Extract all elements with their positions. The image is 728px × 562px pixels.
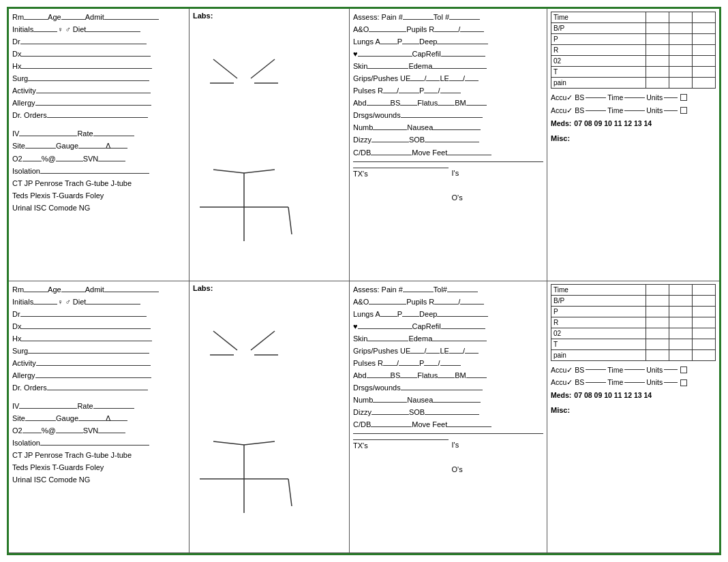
flatus-value-1[interactable] <box>438 105 455 106</box>
vitals-t-c2-1[interactable] <box>669 67 693 78</box>
accu1-time-1[interactable] <box>624 97 645 98</box>
rm-value-2[interactable] <box>24 292 48 292</box>
iv-value-2[interactable] <box>19 408 77 409</box>
vitals-r-c1-2[interactable] <box>646 317 669 328</box>
vitals-p-c1-1[interactable] <box>646 34 669 45</box>
o2-value-1[interactable] <box>22 161 42 161</box>
pupils-value-2[interactable] <box>434 304 458 305</box>
vitals-p-c2-2[interactable] <box>669 306 693 317</box>
vitals-time-c2-1[interactable] <box>669 12 693 23</box>
hx-value-1[interactable] <box>21 68 152 69</box>
sob-value-2[interactable] <box>425 414 479 415</box>
dx-value-2[interactable] <box>21 328 151 329</box>
vitals-p-c3-1[interactable] <box>693 34 716 45</box>
pulses-p2-2[interactable] <box>440 365 461 366</box>
pupils-value-1[interactable] <box>434 31 458 32</box>
ao-value-2[interactable] <box>369 304 406 305</box>
bs-value-1[interactable] <box>400 105 417 106</box>
deep-value-1[interactable] <box>437 44 488 44</box>
bm-value-1[interactable] <box>466 105 487 106</box>
accu1-time-2[interactable] <box>624 369 645 370</box>
flatus-value-2[interactable] <box>438 377 455 378</box>
grips-le2-2[interactable] <box>465 353 479 354</box>
grips-ue1-2[interactable] <box>410 353 424 354</box>
initials-value-1[interactable] <box>33 31 57 32</box>
lungs-a-2[interactable] <box>380 316 397 317</box>
vitals-pain-c2-2[interactable] <box>669 349 693 360</box>
admit-value-2[interactable] <box>104 292 159 292</box>
vitals-o2-c3-1[interactable] <box>693 56 716 67</box>
vitals-time-c1-2[interactable] <box>646 284 669 295</box>
delta-value-1[interactable] <box>110 148 127 149</box>
edema-value-2[interactable] <box>432 341 487 341</box>
numb-value-2[interactable] <box>373 402 407 403</box>
pulses-p1-1[interactable] <box>424 93 438 93</box>
movefeet-value-1[interactable] <box>447 155 491 155</box>
vitals-r-c1-1[interactable] <box>646 45 669 56</box>
vitals-t-c3-2[interactable] <box>693 339 716 349</box>
pulses-r2-1[interactable] <box>399 93 419 93</box>
rate-value-2[interactable] <box>93 408 134 409</box>
activity-value-2[interactable] <box>36 365 151 366</box>
isolation-value-2[interactable] <box>40 445 149 446</box>
vitals-o2-c1-1[interactable] <box>646 56 669 67</box>
lungs-p-1[interactable] <box>402 44 419 44</box>
pupils-value2-2[interactable] <box>460 304 484 305</box>
drsgs-value-1[interactable] <box>401 117 483 118</box>
ao-value-1[interactable] <box>369 31 406 32</box>
vitals-pain-c3-1[interactable] <box>693 78 716 89</box>
svn-value-2[interactable] <box>98 433 125 433</box>
accu2-units-2[interactable] <box>664 382 678 383</box>
cdb-value-1[interactable] <box>371 155 412 155</box>
pct-value-1[interactable] <box>56 161 83 161</box>
vitals-p-c3-2[interactable] <box>693 306 716 317</box>
accu2-time-2[interactable] <box>624 382 645 383</box>
heart-value-1[interactable] <box>358 56 412 57</box>
abd-value-2[interactable] <box>367 377 391 378</box>
accu1-bs-1[interactable] <box>586 97 606 98</box>
vitals-bp-c1-2[interactable] <box>646 295 669 306</box>
lungs-a-1[interactable] <box>380 44 397 44</box>
accu1-bs-2[interactable] <box>586 369 606 370</box>
dizzy-value-1[interactable] <box>371 142 409 142</box>
iv-value-1[interactable] <box>19 136 77 136</box>
vitals-bp-c1-1[interactable] <box>646 23 669 34</box>
heart-value-2[interactable] <box>358 328 412 329</box>
bs-value-2[interactable] <box>400 377 417 378</box>
dr-value-2[interactable] <box>20 316 147 317</box>
surg-value-1[interactable] <box>28 80 149 81</box>
vitals-o2-c1-2[interactable] <box>646 328 669 339</box>
nausea-value-2[interactable] <box>433 402 481 403</box>
age-value-1[interactable] <box>61 19 85 20</box>
grips-le2-1[interactable] <box>465 80 479 81</box>
vitals-p-c1-2[interactable] <box>646 306 669 317</box>
sob-value-1[interactable] <box>425 142 479 142</box>
dx-value-1[interactable] <box>21 56 151 57</box>
caprefil-value-2[interactable] <box>441 328 485 329</box>
vitals-time-c1-1[interactable] <box>646 12 669 23</box>
vitals-pain-c2-1[interactable] <box>669 78 693 89</box>
grips-le1-1[interactable] <box>449 80 463 81</box>
vitals-t-c3-1[interactable] <box>693 67 716 78</box>
gauge-value-2[interactable] <box>78 420 106 421</box>
grips-ue2-1[interactable] <box>426 80 440 81</box>
delta-value-2[interactable] <box>110 420 127 421</box>
accu1-checkbox-1[interactable] <box>680 94 687 101</box>
accu2-time-1[interactable] <box>624 110 645 111</box>
vitals-time-c2-2[interactable] <box>669 284 693 295</box>
vitals-r-c2-1[interactable] <box>669 45 693 56</box>
accu1-units-2[interactable] <box>664 369 678 370</box>
diet-value-2[interactable] <box>86 304 140 305</box>
vitals-r-c3-2[interactable] <box>693 317 716 328</box>
pulses-r1-1[interactable] <box>383 93 397 93</box>
vitals-bp-c2-2[interactable] <box>669 295 693 306</box>
vitals-r-c2-2[interactable] <box>669 317 693 328</box>
rm-value-1[interactable] <box>24 19 48 20</box>
isolation-value-1[interactable] <box>40 173 149 174</box>
activity-value-1[interactable] <box>36 93 151 93</box>
accu1-units-1[interactable] <box>664 97 678 98</box>
gauge-value-1[interactable] <box>78 148 106 149</box>
movefeet-value-2[interactable] <box>447 426 491 427</box>
vitals-t-c1-2[interactable] <box>646 339 669 349</box>
age-value-2[interactable] <box>61 292 85 292</box>
